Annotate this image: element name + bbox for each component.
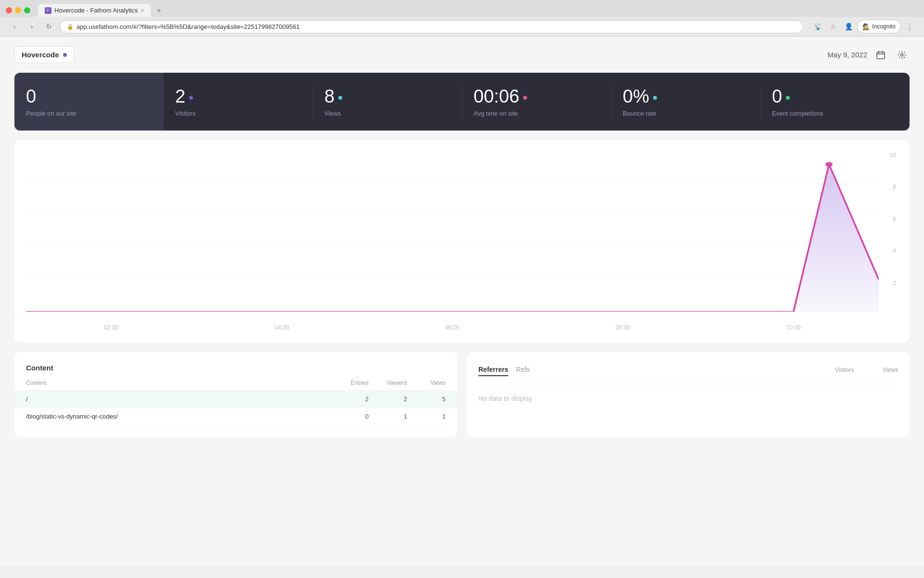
cast-icon[interactable]: 📡: [811, 20, 824, 33]
url-text: app.usefathom.com/#/?filters=%5B%5D&rang…: [77, 23, 300, 30]
row-views-1: 5: [407, 395, 446, 403]
chart-container: 10 8 6 4 2: [26, 152, 898, 331]
y-label-8: 8: [890, 184, 896, 190]
avg-time-dot: [523, 96, 527, 100]
row-entries-1: 2: [330, 395, 369, 403]
referrers-panel-header: Referrers Refs Visitors Views: [478, 364, 898, 376]
bookmark-icon[interactable]: ☆: [826, 20, 840, 33]
forward-button[interactable]: ›: [25, 20, 38, 33]
tab-referrers[interactable]: Referrers: [478, 364, 508, 376]
svg-rect-0: [877, 52, 885, 59]
x-label-06: 06:00: [445, 324, 460, 331]
stat-number-visitors: 2: [175, 86, 301, 107]
reload-button[interactable]: ↻: [42, 20, 56, 33]
site-status-dot: [63, 53, 67, 57]
row-viewers-1: 2: [369, 395, 407, 403]
y-label-4: 4: [890, 248, 896, 254]
maximize-traffic-light[interactable]: [24, 7, 30, 13]
browser-actions: 📡 ☆ 👤 🕵 Incognito ⋮: [811, 20, 916, 33]
y-label-2: 2: [890, 280, 896, 287]
x-label-08: 08:00: [616, 324, 630, 331]
browser-chrome: F Hovercode - Fathom Analytics × + ‹ › ↻…: [0, 0, 924, 37]
bounce-dot: [653, 96, 657, 100]
referrers-tabs: Referrers Refs: [478, 364, 538, 376]
views-dot: [338, 96, 342, 100]
settings-icon: [898, 51, 906, 59]
traffic-lights: [6, 7, 30, 13]
x-label-02: 02:00: [104, 324, 118, 331]
stat-number-views: 8: [324, 86, 450, 107]
menu-icon[interactable]: ⋮: [903, 20, 916, 33]
app-content: Hovercode May 9, 2022 0: [0, 37, 924, 566]
stat-number-bounce: 0%: [623, 86, 749, 107]
stat-events[interactable]: 0 Event completions: [760, 73, 910, 131]
x-label-10: 10:00: [786, 324, 801, 331]
svg-point-1: [901, 53, 903, 56]
stat-avg-time[interactable]: 00:06 Avg time on site: [462, 73, 611, 131]
stat-label-events: Event completions: [772, 110, 898, 117]
row-entries-2: 0: [330, 413, 369, 420]
col-header-content: Content: [26, 380, 330, 386]
referrers-panel: Referrers Refs Visitors Views No data to…: [467, 352, 910, 437]
content-row-2[interactable]: /blog/static-vs-dynamic-qr-codes/ 0 1 1: [26, 408, 446, 425]
stat-people-on-site[interactable]: 0 People on our site: [14, 73, 164, 131]
minimize-traffic-light[interactable]: [15, 7, 21, 13]
col-header-entries: Entries: [330, 380, 369, 386]
stat-visitors[interactable]: 2 Visitors: [164, 73, 313, 131]
profile-icon[interactable]: 👤: [842, 20, 855, 33]
y-label-6: 6: [890, 216, 896, 223]
x-label-04: 04:00: [275, 324, 289, 331]
settings-button[interactable]: [894, 47, 910, 63]
stat-label-avg-time: Avg time on site: [474, 110, 600, 117]
active-tab[interactable]: F Hovercode - Fathom Analytics ×: [38, 4, 151, 17]
row-viewers-2: 1: [369, 413, 407, 420]
chart-panel: 10 8 6 4 2: [14, 140, 910, 342]
bottom-panels: Content Content Entries Viewers Views / …: [14, 352, 910, 437]
referrers-no-data: No data to display: [478, 384, 898, 403]
row-path-2: /blog/static-vs-dynamic-qr-codes/: [26, 413, 330, 420]
tab-bar: F Hovercode - Fathom Analytics × +: [0, 0, 924, 17]
content-panel-header: Content: [26, 364, 446, 372]
col-header-views: Views: [407, 380, 446, 386]
stat-number-events: 0: [772, 86, 898, 107]
content-row-1[interactable]: / 2 2 5: [14, 391, 457, 408]
stat-label-people: People on our site: [26, 110, 152, 117]
row-views-2: 1: [407, 413, 446, 420]
stat-label-bounce: Bounce rate: [623, 110, 749, 117]
header-right: May 9, 2022: [827, 47, 910, 63]
stat-number-people: 0: [26, 86, 152, 107]
address-bar: ‹ › ↻ 🔒 app.usefathom.com/#/?filters=%5B…: [0, 17, 924, 36]
incognito-badge: 🕵 Incognito: [857, 20, 901, 33]
lock-icon: 🔒: [67, 24, 74, 30]
stat-bounce-rate[interactable]: 0% Bounce rate: [611, 73, 760, 131]
chart-x-labels: 02:00 04:00 06:00 08:00 10:00: [26, 324, 879, 331]
calendar-button[interactable]: [873, 47, 888, 63]
site-name: Hovercode: [22, 51, 59, 59]
content-panel-title: Content: [26, 364, 53, 372]
chart-fill: [26, 164, 879, 312]
new-tab-button[interactable]: +: [153, 4, 165, 17]
tab-refs[interactable]: Refs: [516, 364, 530, 376]
back-button[interactable]: ‹: [8, 20, 21, 33]
stat-label-views: Views: [324, 110, 450, 117]
events-dot: [786, 96, 790, 100]
site-selector[interactable]: Hovercode: [14, 46, 74, 63]
referrers-col-labels: Visitors Views: [835, 367, 898, 373]
tab-favicon: F: [45, 7, 51, 14]
date-display: May 9, 2022: [827, 51, 867, 59]
referrers-col-visitors: Visitors: [835, 367, 854, 373]
tab-close-button[interactable]: ×: [141, 7, 144, 14]
stat-label-visitors: Visitors: [175, 110, 301, 117]
incognito-label: Incognito: [872, 23, 896, 30]
content-panel: Content Content Entries Viewers Views / …: [14, 352, 457, 437]
url-bar[interactable]: 🔒 app.usefathom.com/#/?filters=%5B%5D&ra…: [60, 20, 803, 33]
visitors-dot: [189, 96, 193, 100]
chart-y-labels: 10 8 6 4 2: [890, 152, 898, 312]
close-traffic-light[interactable]: [6, 7, 12, 13]
y-label-10: 10: [890, 152, 896, 158]
referrers-col-views: Views: [883, 367, 898, 373]
content-col-headers: Content Entries Viewers Views: [26, 380, 446, 391]
stat-number-avg-time: 00:06: [474, 86, 600, 107]
row-path-1: /: [26, 395, 330, 403]
stat-views[interactable]: 8 Views: [313, 73, 462, 131]
